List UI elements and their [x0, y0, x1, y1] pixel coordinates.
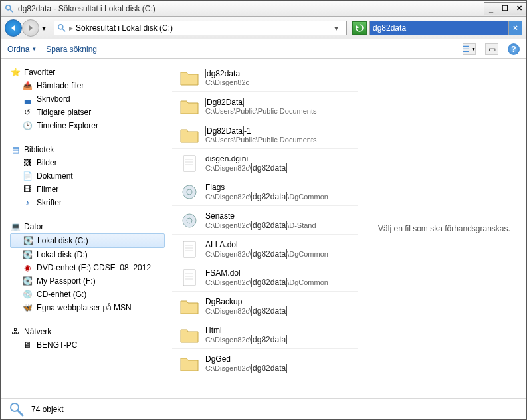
save-search-button[interactable]: Spara sökning: [46, 45, 97, 54]
result-item[interactable]: disgen.dgini C:\Disgen82c\dg82data: [172, 150, 358, 177]
search-box[interactable]: ×: [369, 21, 522, 35]
svg-marker-4: [181, 72, 198, 85]
folder-icon: [179, 324, 200, 346]
cd-icon: 💿: [22, 289, 33, 300]
organize-button[interactable]: Ordna▼: [7, 45, 37, 54]
result-name: Dg82Data-1: [205, 126, 355, 136]
sidebar-item-drive-f[interactable]: 💽My Passport (F:): [10, 274, 169, 288]
address-bar[interactable]: ▸ Sökresultat i Lokal disk (C:) ▾: [54, 21, 347, 35]
sidebar-item-pictures[interactable]: 🖼Bilder: [10, 156, 169, 169]
computer-icon: 💻: [10, 221, 21, 232]
sidebar-item-drive-g[interactable]: 💿CD-enhet (G:): [10, 288, 169, 301]
address-text: Sökresultat i Lokal disk (C:): [76, 23, 334, 33]
svg-point-0: [6, 5, 11, 9]
clock-icon: 🕑: [22, 120, 33, 131]
result-path: C:\Disgen82c\dg82data\D-Stand: [205, 221, 355, 230]
network-icon: 🖧: [10, 326, 21, 337]
folder-icon: [179, 67, 200, 88]
file-icon: [179, 153, 200, 174]
result-path: C:\Disgen82c\dg82data: [205, 306, 355, 316]
web-icon: 🦋: [22, 302, 33, 313]
folder-icon: 📥: [22, 80, 33, 91]
network-header[interactable]: 🖧 Nätverk: [10, 325, 169, 338]
address-dropdown[interactable]: ▾: [334, 23, 344, 33]
gear-icon: [179, 210, 200, 231]
drive-icon: 💽: [22, 249, 33, 260]
sidebar-item-msn[interactable]: 🦋Egna webbplatser på MSN: [10, 301, 169, 314]
recent-icon: ↺: [22, 107, 33, 118]
network-group: 🖧 Nätverk 🖥BENGT-PC: [10, 325, 169, 352]
preview-pane: Välj en fil som ska förhandsgranskas.: [362, 59, 526, 398]
minimize-button[interactable]: _: [484, 2, 498, 15]
music-icon: ♪: [22, 197, 33, 208]
sidebar-item-bengt-pc[interactable]: 🖥BENGT-PC: [10, 338, 169, 352]
sidebar-item-music[interactable]: ♪Skrifter: [10, 196, 169, 209]
result-item[interactable]: DgGed C:\Disgen82c\dg82data: [172, 350, 358, 377]
sidebar-item-drive-c[interactable]: 💽Lokal disk (C:): [10, 233, 165, 248]
sidebar-item-documents[interactable]: 📄Dokument: [10, 169, 169, 183]
sidebar-item-recent[interactable]: ↺Tidigare platser: [10, 106, 169, 119]
nav-bar: ▾ ▸ Sökresultat i Lokal disk (C:) ▾ ×: [1, 17, 526, 39]
svg-rect-15: [183, 241, 195, 257]
svg-marker-23: [181, 301, 198, 314]
result-path: C:\Disgen82c: [205, 78, 355, 86]
result-name: Html: [205, 326, 355, 335]
refresh-button[interactable]: [352, 21, 367, 35]
history-dropdown[interactable]: ▾: [39, 23, 49, 33]
svg-line-1: [10, 9, 13, 11]
result-path: C:\Disgen82c\dg82data\DgCommon: [205, 192, 355, 201]
sidebar-item-downloads[interactable]: 📥Hämtade filer: [10, 79, 169, 92]
result-name: Dg82Data: [205, 98, 355, 107]
file-icon: [179, 239, 200, 260]
libraries-group: ▤ Bibliotek 🖼Bilder 📄Dokument 🎞Filmer ♪S…: [10, 143, 169, 209]
result-item[interactable]: Dg82Data C:\Users\Public\Public Document…: [172, 93, 358, 120]
navigation-pane: ⭐ Favoriter 📥Hämtade filer ▃Skrivbord ↺T…: [1, 59, 169, 398]
result-item[interactable]: Flags C:\Disgen82c\dg82data\DgCommon: [172, 179, 358, 206]
result-item[interactable]: ALLA.dol C:\Disgen82c\dg82data\DgCommon: [172, 236, 358, 263]
clear-search-button[interactable]: ×: [508, 21, 522, 35]
view-options-button[interactable]: ☰▼: [463, 43, 476, 55]
result-path: C:\Disgen82c\dg82data: [205, 364, 355, 373]
result-item[interactable]: Senaste C:\Disgen82c\dg82data\D-Stand: [172, 207, 358, 235]
picture-icon: 🖼: [22, 158, 33, 168]
video-icon: 🎞: [22, 184, 33, 195]
svg-point-2: [58, 24, 63, 29]
sidebar-item-timeline[interactable]: 🕑Timeline Explorer: [10, 119, 169, 132]
maximize-button[interactable]: ☐: [498, 2, 512, 15]
sidebar-item-desktop[interactable]: ▃Skrivbord: [10, 92, 169, 106]
back-button[interactable]: [5, 19, 22, 37]
result-name: disgen.dgini: [205, 154, 355, 163]
sidebar-item-drive-d[interactable]: 💽Lokal disk (D:): [10, 248, 169, 261]
result-path: C:\Disgen82c\dg82data: [205, 163, 355, 173]
preview-pane-button[interactable]: ▭: [485, 43, 498, 55]
svg-marker-5: [181, 101, 198, 114]
result-item[interactable]: Html C:\Disgen82c\dg82data: [172, 322, 358, 349]
svg-line-3: [62, 28, 65, 31]
result-item[interactable]: dg82data C:\Disgen82c: [172, 64, 358, 92]
result-path: C:\Disgen82c\dg82data\DgCommon: [205, 278, 355, 287]
favorites-header[interactable]: ⭐ Favoriter: [10, 66, 169, 79]
search-input[interactable]: [370, 21, 508, 35]
libraries-header[interactable]: ▤ Bibliotek: [10, 143, 169, 156]
result-item[interactable]: DgBackup C:\Disgen82c\dg82data: [172, 293, 358, 320]
toolbar: Ordna▼ Spara sökning ☰▼ ▭ ?: [1, 39, 526, 59]
svg-rect-19: [183, 270, 195, 286]
item-count: 74 objekt: [31, 405, 64, 414]
search-icon: [5, 4, 14, 13]
result-item[interactable]: Dg82Data-1 C:\Users\Public\Public Docume…: [172, 122, 358, 149]
forward-button[interactable]: [22, 19, 39, 37]
sidebar-item-videos[interactable]: 🎞Filmer: [10, 183, 169, 196]
svg-line-27: [18, 411, 23, 415]
sidebar-item-drive-e[interactable]: ◉DVD-enhet (E:) CDSE_08_2012: [10, 261, 169, 274]
close-button[interactable]: ✕: [512, 2, 526, 15]
folder-icon: [179, 296, 200, 317]
svg-marker-6: [181, 130, 198, 142]
document-icon: 📄: [22, 171, 33, 181]
help-button[interactable]: ?: [508, 43, 520, 55]
drive-icon: 💽: [22, 276, 33, 286]
result-item[interactable]: FSAM.dol C:\Disgen82c\dg82data\DgCommon: [172, 264, 358, 292]
computer-header[interactable]: 💻 Dator: [10, 220, 169, 233]
desktop-icon: ▃: [22, 94, 33, 104]
drive-icon: 💽: [23, 235, 33, 246]
status-bar: 74 objekt: [1, 398, 526, 419]
